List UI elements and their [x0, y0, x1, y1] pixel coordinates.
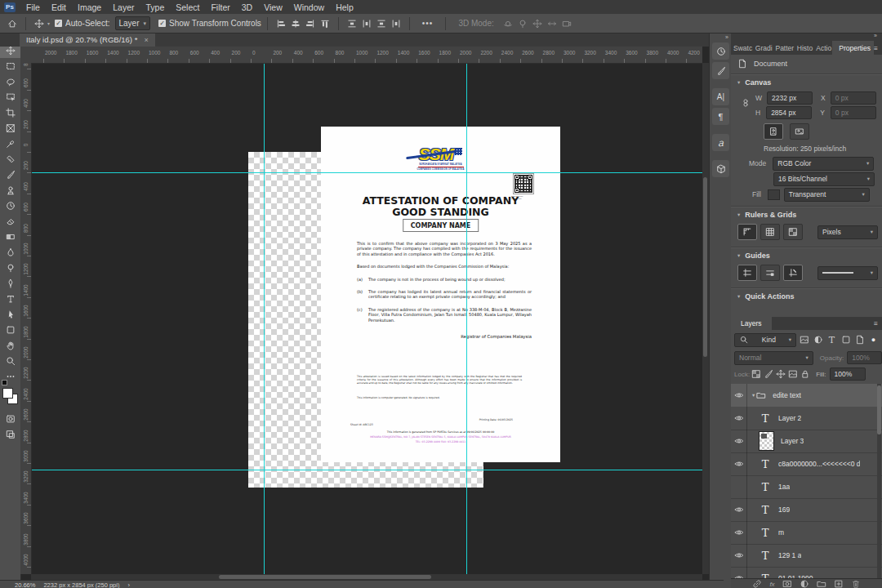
distribute-vertical-icon[interactable] — [345, 16, 359, 31]
layer-row-7[interactable]: T129 1 a — [731, 544, 882, 568]
menu-edit[interactable]: Edit — [46, 2, 72, 12]
mode-dropdown[interactable]: RGB Color▾ — [773, 157, 874, 171]
filter-type-layers-icon[interactable]: T — [826, 334, 838, 345]
rectangle-tool[interactable] — [0, 322, 20, 337]
more-options-icon[interactable]: ••• — [422, 19, 434, 28]
align-left-icon[interactable] — [274, 16, 288, 31]
eyedropper-tool[interactable] — [0, 136, 20, 151]
dodge-tool[interactable] — [0, 260, 20, 275]
quick-mask-button[interactable] — [0, 411, 20, 426]
layer-visibility-eye-icon[interactable] — [731, 452, 747, 475]
layer-name[interactable]: 129 1 a — [778, 551, 801, 559]
close-tab-icon[interactable]: × — [144, 36, 148, 44]
transparency-grid-button[interactable] — [783, 224, 803, 240]
new-layer-icon[interactable] — [834, 579, 844, 588]
panel-menu-icon[interactable]: ≡ — [874, 41, 882, 55]
layer-name[interactable]: m — [778, 528, 784, 537]
layer-row-2[interactable]: Layer 3 — [731, 430, 882, 453]
layer-name[interactable]: c8a0000000...<<<<<<<0 d — [778, 460, 860, 468]
lasso-tool[interactable] — [0, 74, 20, 89]
layer-row-5[interactable]: T169 — [731, 498, 882, 522]
guide-horizontal-2[interactable] — [31, 470, 702, 470]
layer-name[interactable]: 1aa — [778, 483, 790, 491]
align-top-icon[interactable] — [318, 16, 332, 31]
new-group-icon[interactable] — [817, 579, 826, 588]
blur-tool[interactable] — [0, 244, 20, 260]
show-transform-checkbox[interactable]: ✓ — [158, 20, 166, 27]
glyphs-panel-icon[interactable]: a — [712, 134, 729, 151]
menu-file[interactable]: File — [20, 2, 46, 12]
lock-transparent-pixels-icon[interactable] — [750, 368, 762, 380]
vertical-scrollbar[interactable] — [702, 63, 709, 574]
canvas-section-header[interactable]: ▾ Canvas — [731, 77, 882, 88]
marquee-tool[interactable] — [0, 58, 20, 74]
bit-depth-dropdown[interactable]: 16 Bits/Channel▾ — [773, 172, 875, 186]
layers-menu-icon[interactable]: ≡ — [874, 317, 882, 330]
layer-visibility-eye-icon[interactable] — [731, 407, 747, 430]
layer-visibility-eye-icon[interactable] — [731, 498, 747, 521]
paragraph-panel-icon[interactable]: ¶ — [712, 108, 729, 125]
layer-row-1[interactable]: TLayer 2 — [731, 407, 882, 430]
libraries-panel-icon[interactable] — [712, 160, 729, 177]
chevron-down-icon[interactable]: ▾ — [47, 20, 50, 26]
layer-style-icon[interactable]: fx — [769, 581, 774, 588]
guide-horizontal-1[interactable] — [31, 172, 702, 173]
brush-tool[interactable] — [0, 167, 20, 182]
lock-all-icon[interactable] — [799, 368, 811, 380]
brush-settings-panel-icon[interactable] — [712, 62, 729, 79]
quick-actions-header[interactable]: ▾ Quick Actions — [731, 291, 882, 302]
history-panel-icon[interactable] — [712, 42, 729, 60]
horizontal-scrollbar[interactable] — [31, 574, 702, 580]
layer-visibility-eye-icon[interactable] — [731, 567, 747, 578]
scrollbar-thumb[interactable] — [877, 385, 881, 434]
object-selection-tool[interactable] — [0, 89, 20, 105]
tab-gradients[interactable]: Gradi — [753, 41, 773, 55]
filter-adjustment-layers-icon[interactable] — [812, 334, 824, 345]
fill-opacity-field[interactable]: 100% — [830, 368, 866, 381]
layer-filter-dropdown[interactable]: Kind▾ — [734, 333, 796, 347]
path-selection-tool[interactable] — [0, 306, 20, 322]
group-expand-icon[interactable]: ▾ — [752, 392, 755, 399]
menu-view[interactable]: View — [258, 2, 288, 12]
link-layers-icon[interactable] — [752, 579, 762, 588]
units-dropdown[interactable]: Pixels▾ — [817, 225, 878, 239]
scrollbar-thumb[interactable] — [219, 575, 431, 579]
layer-row-8[interactable]: T01.01.1990 — [731, 567, 882, 578]
frame-tool[interactable] — [0, 120, 20, 136]
auto-select-checkbox[interactable]: ✓ — [55, 20, 62, 27]
horizontal-ruler[interactable]: 2000180016001400120010008006004002000200… — [31, 47, 702, 64]
ruler-corner[interactable] — [20, 47, 32, 64]
menu-help[interactable]: Help — [330, 2, 359, 12]
align-center-horizontal-icon[interactable] — [288, 16, 303, 31]
scrollbar-thumb[interactable] — [703, 177, 707, 357]
document-page[interactable]: SSM SURUHANJAYA SYARIKAT MALAYSIA COMPAN… — [321, 127, 560, 462]
foreground-background-colors[interactable] — [0, 386, 20, 408]
distribute-left-icon[interactable] — [374, 16, 389, 31]
layer-row-group[interactable]: ▾edite text — [731, 384, 882, 408]
opacity-field[interactable]: 100% — [847, 351, 882, 364]
lock-artboard-icon[interactable] — [786, 368, 799, 380]
guide-vertical-2[interactable] — [466, 63, 467, 574]
portrait-orientation-button[interactable] — [764, 123, 783, 140]
smart-guides-button[interactable] — [760, 265, 780, 281]
move-tool-options-icon[interactable] — [32, 16, 47, 31]
add-mask-icon[interactable] — [782, 579, 792, 588]
lock-guides-button[interactable] — [783, 265, 803, 281]
align-right-icon[interactable] — [303, 16, 318, 31]
zoom-level[interactable]: 20.66% — [15, 581, 35, 588]
lock-position-icon[interactable] — [774, 368, 786, 380]
history-brush-tool[interactable] — [0, 198, 20, 213]
gradient-tool[interactable] — [0, 229, 20, 244]
screen-mode-button[interactable] — [0, 426, 20, 442]
eraser-tool[interactable] — [0, 213, 20, 229]
tab-patterns[interactable]: Patter — [773, 41, 794, 55]
hand-tool[interactable] — [0, 337, 20, 353]
menu-type[interactable]: Type — [140, 2, 170, 12]
guides-toggle-button[interactable] — [737, 265, 757, 281]
layer-name[interactable]: edite text — [773, 391, 801, 399]
clone-stamp-tool[interactable] — [0, 182, 20, 198]
layer-visibility-eye-icon[interactable] — [731, 544, 747, 567]
layer-row-4[interactable]: T1aa — [731, 475, 882, 499]
filter-pin-icon[interactable]: ● — [867, 334, 880, 345]
document-tab[interactable]: Italy id.psd @ 20.7% (RGB/16) * × — [20, 33, 155, 47]
